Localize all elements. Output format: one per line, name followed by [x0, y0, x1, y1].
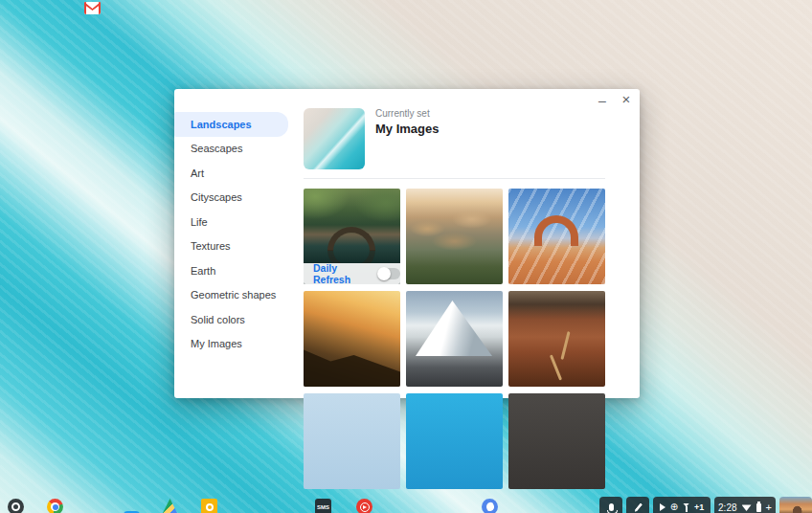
wallpaper-thumbnail-delicate-arch[interactable] — [508, 189, 605, 284]
globe-notification-icon: ⊕ — [670, 502, 678, 512]
battery-icon — [756, 503, 761, 512]
sidebar-item-landscapes[interactable]: Landscapes — [174, 112, 288, 137]
plus-icon: + — [766, 502, 772, 513]
glass-notification-icon — [683, 503, 689, 512]
sidebar-item-life[interactable]: Life — [174, 210, 288, 234]
mic-button[interactable] — [599, 497, 622, 513]
toggle-knob — [377, 267, 391, 280]
wallpaper-thumbnail-canyon-road[interactable] — [508, 291, 605, 387]
corner-photo[interactable] — [779, 497, 812, 513]
drive-icon[interactable] — [162, 499, 178, 513]
sidebar-item-seascapes[interactable]: Seascapes — [174, 137, 288, 162]
keep-ring — [206, 503, 214, 511]
gmail-icon[interactable] — [84, 2, 101, 14]
wallpaper-grid: Daily Refresh — [304, 189, 605, 489]
play-notification-icon — [660, 503, 665, 511]
daily-refresh-toggle[interactable] — [378, 268, 400, 279]
blue-app-icon[interactable] — [482, 499, 498, 513]
wallpaper-thumbnail-snowy-mountain[interactable] — [406, 291, 503, 387]
blue-app-glyph — [485, 502, 494, 512]
currently-set-label: Currently set — [375, 108, 430, 119]
red-play-app-icon[interactable] — [356, 499, 372, 513]
desktop-wallpaper: – × Landscapes Seascapes Art Cityscapes … — [0, 0, 812, 513]
header-divider — [304, 178, 605, 179]
sms-app-icon[interactable]: SMS — [315, 499, 331, 513]
mic-icon — [609, 503, 614, 511]
rock-arch-shape — [534, 215, 578, 246]
chrome-icon[interactable] — [47, 499, 63, 513]
sidebar-item-earth[interactable]: Earth — [174, 258, 288, 283]
current-collection-name: My Images — [375, 122, 439, 136]
wifi-icon — [742, 503, 752, 511]
sidebar-item-art[interactable]: Art — [174, 161, 288, 186]
bridge-arch-shape — [327, 227, 375, 251]
wallpaper-thumbnail-partial-1[interactable] — [304, 393, 400, 489]
keep-icon[interactable] — [201, 499, 217, 513]
stylus-button[interactable] — [626, 497, 649, 513]
launcher-ring — [11, 502, 20, 511]
sidebar-item-cityscapes[interactable]: Cityscapes — [174, 186, 288, 211]
sidebar-item-textures[interactable]: Textures — [174, 234, 288, 259]
road-segment — [560, 331, 570, 360]
current-wallpaper-thumbnail — [304, 108, 365, 169]
stylus-icon — [633, 502, 642, 512]
wallpaper-picker-window: – × Landscapes Seascapes Art Cityscapes … — [174, 89, 640, 398]
wallpaper-thumbnail-partial-3[interactable] — [508, 393, 605, 489]
clock: 2:28 — [718, 502, 736, 513]
mountain-peak-shape — [416, 301, 492, 356]
picker-content: Currently set My Images Daily Refresh — [304, 89, 640, 398]
sms-label: SMS — [317, 504, 329, 510]
notification-overflow-badge: +1 — [694, 502, 704, 512]
daily-refresh-label: Daily Refresh — [313, 262, 371, 284]
notification-tray[interactable]: ⊕ +1 — [653, 497, 710, 513]
cliff-silhouette — [304, 334, 400, 387]
sidebar-item-solid-colors[interactable]: Solid colors — [174, 307, 288, 332]
launcher-icon[interactable] — [8, 499, 24, 513]
play-ring — [360, 502, 370, 512]
wallpaper-thumbnail-golden-canyon[interactable] — [304, 291, 400, 387]
sidebar-item-my-images[interactable]: My Images — [174, 332, 288, 357]
wallpaper-thumbnail-forest-arch-bridge[interactable]: Daily Refresh — [304, 189, 400, 284]
chrome-logo — [47, 499, 63, 513]
wallpaper-thumbnail-partial-2[interactable] — [406, 393, 503, 489]
daily-refresh-bar: Daily Refresh — [304, 263, 400, 284]
wallpaper-thumbnail-rocky-cove[interactable] — [406, 189, 503, 284]
sidebar-item-geometric-shapes[interactable]: Geometric shapes — [174, 283, 288, 308]
category-sidebar: Landscapes Seascapes Art Cityscapes Life… — [174, 112, 304, 356]
status-tray[interactable]: 2:28 + — [714, 497, 776, 513]
